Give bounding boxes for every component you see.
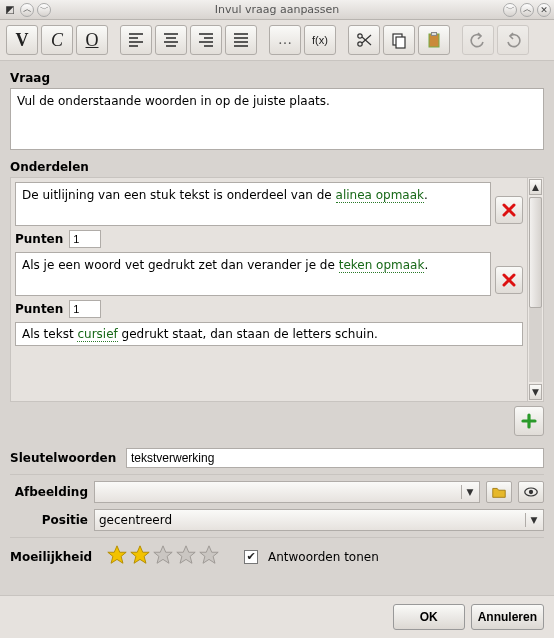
ellipsis-button[interactable]: … xyxy=(269,25,301,55)
align-right-icon xyxy=(197,31,215,49)
positie-value: gecentreerd xyxy=(99,513,172,527)
ok-button[interactable]: OK xyxy=(393,604,465,630)
star-5[interactable] xyxy=(198,544,220,569)
moeilijkheid-row: Moeilijkheid ✔ Antwoorden tonen xyxy=(10,544,544,569)
positie-select[interactable]: gecentreerd ▼ xyxy=(94,509,544,531)
fill-word: teken opmaak xyxy=(339,258,425,273)
chevron-down-icon: ▼ xyxy=(525,513,539,527)
svg-rect-21 xyxy=(396,37,405,48)
component-row: Als je een woord vet gedrukt zet dan ver… xyxy=(15,252,523,296)
folder-open-icon xyxy=(491,484,507,500)
align-center-button[interactable] xyxy=(155,25,187,55)
eye-icon xyxy=(523,484,539,500)
chevron-down-icon: ▼ xyxy=(461,485,475,499)
preview-image-button[interactable] xyxy=(518,481,544,503)
vraag-textarea[interactable]: Vul de onderstaande woorden in op de jui… xyxy=(10,88,544,150)
italic-button[interactable]: C xyxy=(41,25,73,55)
redo-button[interactable] xyxy=(497,25,529,55)
sleutelwoorden-input[interactable] xyxy=(126,448,544,468)
window-title: Invul vraag aanpassen xyxy=(0,3,554,16)
align-justify-button[interactable] xyxy=(225,25,257,55)
svg-marker-36 xyxy=(200,546,218,563)
paste-button[interactable] xyxy=(418,25,450,55)
copy-button[interactable] xyxy=(383,25,415,55)
punten-label: Punten xyxy=(15,302,63,316)
cut-button[interactable] xyxy=(348,25,380,55)
close-button[interactable]: ✕ xyxy=(537,3,551,17)
punten-label: Punten xyxy=(15,232,63,246)
titlebar: ◩ ︿ ﹀ Invul vraag aanpassen ﹀ ︿ ✕ xyxy=(0,0,554,20)
undo-icon xyxy=(469,31,487,49)
undo-button[interactable] xyxy=(462,25,494,55)
svg-point-16 xyxy=(358,42,362,46)
browse-image-button[interactable] xyxy=(486,481,512,503)
scroll-up-arrow[interactable]: ▲ xyxy=(529,179,542,195)
star-4[interactable] xyxy=(175,544,197,569)
component-row: Als tekst cursief gedrukt staat, dan sta… xyxy=(15,322,523,346)
cancel-button[interactable]: Annuleren xyxy=(471,604,544,630)
clipboard-icon xyxy=(425,31,443,49)
minimize-button[interactable]: ﹀ xyxy=(503,3,517,17)
delete-component-button[interactable] xyxy=(495,196,523,224)
delete-icon xyxy=(500,271,518,289)
add-component-button[interactable] xyxy=(514,406,544,436)
bold-button[interactable]: V xyxy=(6,25,38,55)
star-3[interactable] xyxy=(152,544,174,569)
align-right-button[interactable] xyxy=(190,25,222,55)
punten-row: Punten xyxy=(15,300,523,318)
components-scrollbar[interactable]: ▲ ▼ xyxy=(527,178,543,401)
scroll-thumb[interactable] xyxy=(529,197,542,308)
titlebar-rollup-up[interactable]: ︿ xyxy=(20,3,34,17)
delete-component-button[interactable] xyxy=(495,266,523,294)
component-editor[interactable]: Als tekst cursief gedrukt staat, dan sta… xyxy=(15,322,523,346)
afbeelding-label: Afbeelding xyxy=(10,485,88,499)
scroll-track[interactable] xyxy=(529,197,542,382)
punten-row: Punten xyxy=(15,230,523,248)
scroll-down-arrow[interactable]: ▼ xyxy=(529,384,542,400)
star-1[interactable] xyxy=(106,544,128,569)
fill-word: alinea opmaak xyxy=(336,188,424,203)
sleutelwoorden-row: Sleutelwoorden xyxy=(10,448,544,468)
fill-word: cursief xyxy=(77,327,117,342)
formatting-toolbar: V C O … f(x) xyxy=(0,20,554,61)
svg-marker-34 xyxy=(154,546,172,563)
formula-button[interactable]: f(x) xyxy=(304,25,336,55)
align-left-icon xyxy=(127,31,145,49)
svg-marker-35 xyxy=(177,546,195,563)
plus-icon xyxy=(520,412,538,430)
onderdelen-label: Onderdelen xyxy=(10,160,544,174)
align-left-button[interactable] xyxy=(120,25,152,55)
svg-point-31 xyxy=(529,490,533,494)
underline-button[interactable]: O xyxy=(76,25,108,55)
svg-marker-32 xyxy=(108,546,126,563)
redo-icon xyxy=(504,31,522,49)
star-rating[interactable] xyxy=(106,544,220,569)
star-2[interactable] xyxy=(129,544,151,569)
moeilijkheid-label: Moeilijkheid xyxy=(10,550,100,564)
vraag-label: Vraag xyxy=(10,71,544,85)
button-bar: OK Annuleren xyxy=(0,595,554,638)
scissors-icon xyxy=(355,31,373,49)
copy-icon xyxy=(390,31,408,49)
app-icon: ◩ xyxy=(3,3,17,17)
component-editor[interactable]: De uitlijning van een stuk tekst is onde… xyxy=(15,182,491,226)
svg-rect-23 xyxy=(432,33,437,36)
antwoorden-tonen-label: Antwoorden tonen xyxy=(268,550,379,564)
positie-label: Positie xyxy=(10,513,88,527)
punten-input[interactable] xyxy=(69,230,101,248)
sleutelwoorden-label: Sleutelwoorden xyxy=(10,451,120,465)
punten-input[interactable] xyxy=(69,300,101,318)
component-editor[interactable]: Als je een woord vet gedrukt zet dan ver… xyxy=(15,252,491,296)
svg-point-17 xyxy=(358,34,362,38)
maximize-button[interactable]: ︿ xyxy=(520,3,534,17)
align-justify-icon xyxy=(232,31,250,49)
afbeelding-row: Afbeelding ▼ xyxy=(10,481,544,503)
delete-icon xyxy=(500,201,518,219)
svg-marker-33 xyxy=(131,546,149,563)
titlebar-rollup-down[interactable]: ﹀ xyxy=(37,3,51,17)
positie-row: Positie gecentreerd ▼ xyxy=(10,509,544,531)
afbeelding-select[interactable]: ▼ xyxy=(94,481,480,503)
antwoorden-tonen-checkbox[interactable]: ✔ xyxy=(244,550,258,564)
components-panel: De uitlijning van een stuk tekst is onde… xyxy=(10,177,544,402)
align-center-icon xyxy=(162,31,180,49)
